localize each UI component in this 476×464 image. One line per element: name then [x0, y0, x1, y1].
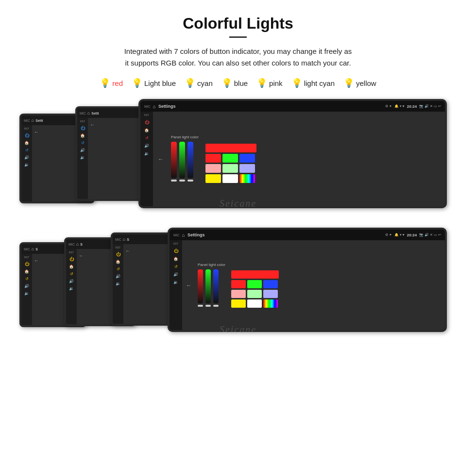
color-item-pink: 💡 pink	[256, 78, 283, 88]
pink-bulb-icon: 💡	[256, 78, 267, 88]
cyan-label: cyan	[197, 79, 213, 87]
color-item-lightcyan: 💡 light cyan	[291, 78, 335, 88]
pink-label: pink	[269, 79, 283, 87]
red-label: red	[112, 79, 123, 87]
color-item-red: 💡 red	[100, 78, 123, 88]
lightblue-label: Light blue	[144, 79, 176, 87]
screen-group-top: MIC ⌂ Setti RST ⏻ 🏠 ↺ 🔊 🔉 ←	[19, 99, 457, 213]
page-title: Colorful Lights	[19, 15, 457, 33]
page-wrapper: Colorful Lights Integrated with 7 colors…	[0, 0, 476, 368]
yellow-label: yellow	[356, 79, 376, 87]
color-legend-row: 💡 red 💡 Light blue 💡 cyan 💡 blue 💡 pink …	[19, 78, 457, 88]
color-item-cyan: 💡 cyan	[185, 78, 213, 88]
title-divider	[229, 36, 247, 38]
blue-label: blue	[234, 79, 248, 87]
color-item-blue: 💡 blue	[221, 78, 248, 88]
screen-group-bottom: MIC ⌂ S RST ⏻ 🏠 ↺ 🔊 🔉 ←	[19, 228, 457, 339]
yellow-bulb-icon: 💡	[343, 78, 354, 88]
cyan-bulb-icon: 💡	[185, 78, 195, 88]
panel-light-label: Panel light color	[171, 135, 199, 139]
lightblue-bulb-icon: 💡	[132, 78, 142, 88]
color-item-yellow: 💡 yellow	[343, 78, 376, 88]
blue-bulb-icon: 💡	[221, 78, 232, 88]
red-bulb-icon: 💡	[100, 78, 110, 88]
color-item-lightblue: 💡 Light blue	[132, 78, 176, 88]
lightcyan-bulb-icon: 💡	[291, 78, 302, 88]
description-text: Integrated with 7 colors of button indic…	[19, 46, 457, 69]
lightcyan-label: light cyan	[304, 79, 335, 87]
